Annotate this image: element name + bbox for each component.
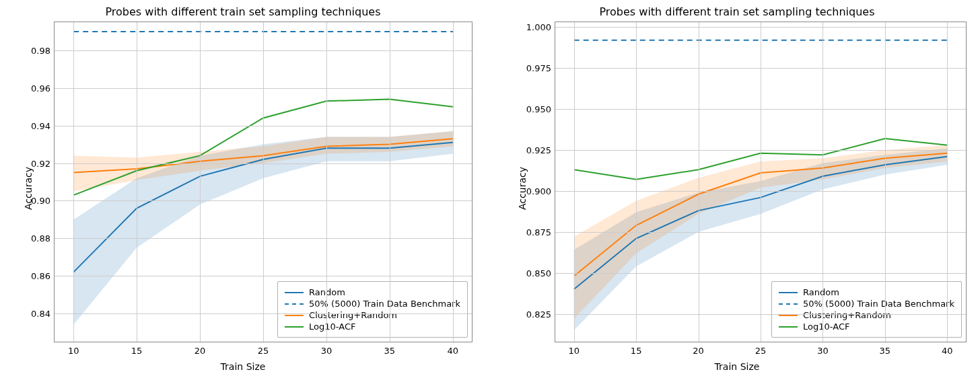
legend-item-benchmark: 50% (5000) Train Data Benchmark — [285, 299, 460, 309]
plot-area-right: Random 50% (5000) Train Data Benchmark C… — [555, 22, 967, 342]
legend-item-clustering: Clustering+Random — [779, 310, 954, 320]
legend-item-random: Random — [285, 287, 460, 297]
chart-title: Probes with different train set sampling… — [3, 5, 483, 18]
legend-item-benchmark: 50% (5000) Train Data Benchmark — [779, 299, 954, 309]
legend-item-clustering: Clustering+Random — [285, 310, 460, 320]
chart-panel-left: Probes with different train set sampling… — [3, 3, 483, 373]
legend-box: Random 50% (5000) Train Data Benchmark C… — [277, 281, 468, 338]
legend-item-log10acf: Log10-ACF — [285, 322, 460, 332]
plot-area-left: Random 50% (5000) Train Data Benchmark C… — [54, 22, 473, 342]
x-axis-label: Train Size — [497, 361, 977, 372]
chart-title: Probes with different train set sampling… — [497, 5, 977, 18]
x-axis-label: Train Size — [3, 361, 483, 372]
legend-item-random: Random — [779, 287, 954, 297]
legend-box: Random 50% (5000) Train Data Benchmark C… — [771, 281, 962, 338]
chart-panel-right: Probes with different train set sampling… — [497, 3, 977, 373]
legend-item-log10acf: Log10-ACF — [779, 322, 954, 332]
